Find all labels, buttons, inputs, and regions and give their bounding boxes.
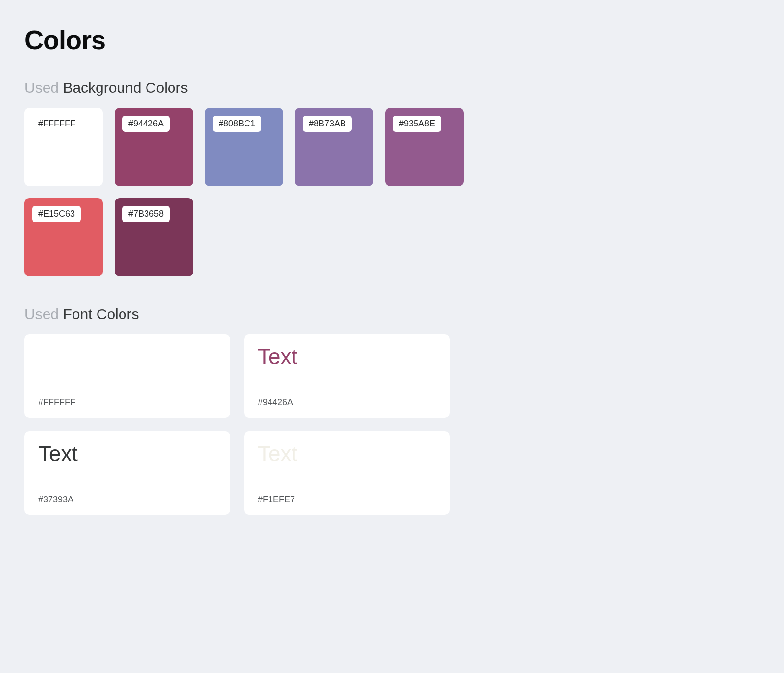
section-title-background: Used Background Colors [24, 79, 760, 96]
page-title: Colors [24, 25, 760, 55]
font-swatch: Text #37393A [24, 431, 230, 515]
font-swatch-code: #FFFFFF [38, 398, 217, 408]
bg-swatch: #8B73AB [295, 108, 373, 186]
font-swatch-code: #37393A [38, 495, 217, 505]
section-label: Background Colors [63, 79, 188, 96]
section-prefix: Used [24, 79, 59, 96]
font-swatch-code: #94426A [258, 398, 436, 408]
bg-swatch-label: #808BC1 [213, 116, 261, 132]
bg-swatch-label: #935A8E [393, 116, 441, 132]
font-swatch-sample: Text [38, 443, 217, 465]
bg-swatch-label: #FFFFFF [32, 116, 81, 132]
section-label: Font Colors [63, 306, 139, 322]
bg-swatch-label: #94426A [122, 116, 170, 132]
font-swatch-grid: Text #FFFFFF Text #94426A Text #37393A T… [24, 334, 475, 515]
font-swatch-sample: Text [258, 346, 436, 368]
bg-swatch: #94426A [115, 108, 193, 186]
bg-swatch: #7B3658 [115, 198, 193, 276]
font-swatch-sample: Text [258, 443, 436, 465]
section-prefix: Used [24, 306, 59, 322]
section-title-font: Used Font Colors [24, 306, 760, 323]
bg-swatch: #E15C63 [24, 198, 103, 276]
font-swatch: Text #FFFFFF [24, 334, 230, 418]
font-swatch: Text #F1EFE7 [244, 431, 450, 515]
bg-swatch: #935A8E [385, 108, 464, 186]
bg-swatch: #FFFFFF [24, 108, 103, 186]
background-swatch-grid: #FFFFFF #94426A #808BC1 #8B73AB #935A8E … [24, 108, 514, 276]
bg-swatch: #808BC1 [205, 108, 283, 186]
bg-swatch-label: #8B73AB [303, 116, 352, 132]
bg-swatch-label: #E15C63 [32, 206, 81, 222]
font-swatch-sample: Text [38, 346, 217, 368]
font-swatch-code: #F1EFE7 [258, 495, 436, 505]
font-swatch: Text #94426A [244, 334, 450, 418]
bg-swatch-label: #7B3658 [122, 206, 170, 222]
